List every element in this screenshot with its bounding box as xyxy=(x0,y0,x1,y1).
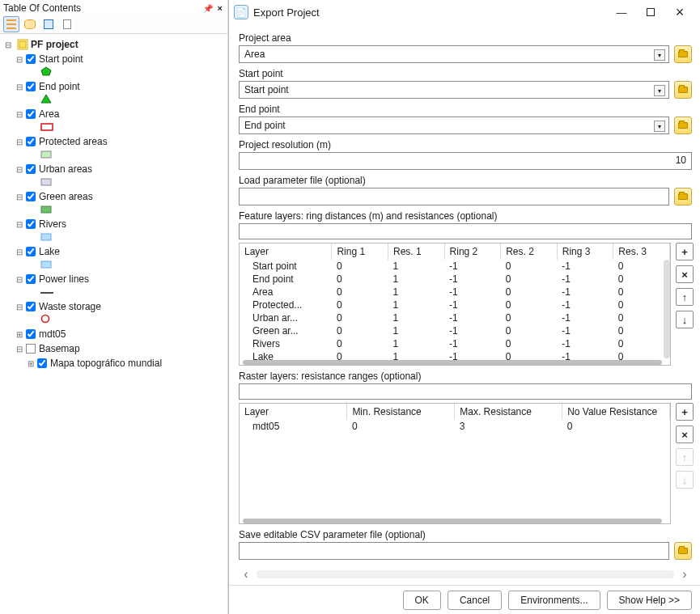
table-cell[interactable]: 0 xyxy=(332,299,388,311)
tree-item[interactable]: ⊟ Lake xyxy=(0,244,227,259)
scroll-right-icon[interactable]: › xyxy=(677,567,692,582)
expand-minus-icon[interactable]: ⊟ xyxy=(15,192,24,201)
remove-row-button[interactable]: × xyxy=(676,426,694,443)
table-cell[interactable]: -1 xyxy=(444,273,501,286)
layer-checkbox[interactable] xyxy=(26,274,36,284)
load-param-input[interactable] xyxy=(239,188,669,205)
environments-button[interactable]: Environments... xyxy=(508,591,600,610)
expand-minus-icon[interactable]: ⊟ xyxy=(15,54,24,64)
expand-plus-icon[interactable]: ⊞ xyxy=(15,329,24,339)
show-help-button[interactable]: Show Help >> xyxy=(607,591,692,610)
table-row[interactable]: Area01-10-10 xyxy=(240,286,670,299)
table-cell[interactable]: 1 xyxy=(388,286,444,299)
list-by-visibility-button[interactable] xyxy=(40,16,57,32)
table-cell[interactable]: 0 xyxy=(501,260,558,273)
horizontal-scrollbar[interactable] xyxy=(243,519,662,523)
table-cell[interactable]: -1 xyxy=(557,311,613,324)
project-area-select[interactable]: Area ▾ xyxy=(239,45,669,63)
table-header[interactable]: No Value Resistance xyxy=(562,404,670,420)
project-area-browse-button[interactable] xyxy=(674,45,692,63)
close-button[interactable]: × xyxy=(668,3,692,21)
table-header[interactable]: Ring 2 xyxy=(444,243,501,260)
table-header[interactable]: Min. Resistance xyxy=(347,404,455,420)
tree-root[interactable]: ⊟ PF project xyxy=(0,37,227,52)
table-cell[interactable]: 0 xyxy=(562,420,670,433)
table-cell[interactable]: 0 xyxy=(501,299,558,311)
table-cell[interactable]: 0 xyxy=(613,273,670,286)
tree-item[interactable]: ⊟ Power lines xyxy=(0,272,227,286)
dialog-titlebar[interactable]: 📄 Export Project — × xyxy=(229,0,700,24)
layer-checkbox[interactable] xyxy=(26,54,36,64)
layer-checkbox[interactable] xyxy=(26,109,36,119)
table-cell[interactable]: Rivers xyxy=(240,337,332,350)
maximize-button[interactable] xyxy=(638,3,663,21)
table-cell[interactable]: 0 xyxy=(332,260,388,273)
table-cell[interactable]: Green ar... xyxy=(240,324,332,337)
raster-layers-summary-input[interactable] xyxy=(239,383,692,400)
layer-symbol-icon[interactable] xyxy=(40,149,52,163)
tree-item-basemap[interactable]: ⊟ Basemap xyxy=(0,341,227,356)
table-cell[interactable]: -1 xyxy=(444,286,501,299)
table-cell[interactable]: 1 xyxy=(388,311,444,324)
table-cell[interactable]: 0 xyxy=(501,324,558,337)
cancel-button[interactable]: Cancel xyxy=(448,591,502,610)
table-cell[interactable]: 0 xyxy=(613,299,670,311)
expand-minus-icon[interactable]: ⊟ xyxy=(15,82,24,91)
table-cell[interactable]: 1 xyxy=(388,337,444,350)
tree-item[interactable]: ⊟ Area xyxy=(0,107,227,121)
end-point-select[interactable]: End point ▾ xyxy=(239,116,669,134)
table-header[interactable]: Layer xyxy=(240,243,332,260)
table-cell[interactable]: 0 xyxy=(613,286,670,299)
expand-minus-icon[interactable]: ⊟ xyxy=(15,302,24,311)
layer-checkbox[interactable] xyxy=(26,247,36,256)
minimize-button[interactable]: — xyxy=(609,3,634,21)
table-cell[interactable]: 1 xyxy=(388,260,444,273)
table-cell[interactable]: -1 xyxy=(444,324,501,337)
layer-checkbox[interactable] xyxy=(37,358,47,368)
table-cell[interactable]: 0 xyxy=(613,324,670,337)
tree-item[interactable]: ⊟ End point xyxy=(0,79,227,94)
table-cell[interactable]: 3 xyxy=(455,420,562,433)
table-cell[interactable]: 0 xyxy=(332,273,388,286)
expand-minus-icon[interactable]: ⊟ xyxy=(15,164,24,174)
chevron-down-icon[interactable]: ▾ xyxy=(654,85,665,96)
table-header[interactable]: Ring 1 xyxy=(332,243,388,260)
layer-symbol-icon[interactable] xyxy=(40,66,52,80)
table-cell[interactable]: 0 xyxy=(501,273,558,286)
table-cell[interactable]: 0 xyxy=(613,337,670,350)
scroll-left-icon[interactable]: ‹ xyxy=(239,567,253,582)
table-cell[interactable]: -1 xyxy=(444,299,501,311)
list-by-drawing-order-button[interactable] xyxy=(3,16,19,32)
table-cell[interactable]: 0 xyxy=(332,311,388,324)
horizontal-scrollbar[interactable] xyxy=(243,360,662,365)
tree-item-mdt05[interactable]: ⊞ mdt05 xyxy=(0,327,227,341)
layer-symbol-icon[interactable] xyxy=(40,204,52,218)
table-header[interactable]: Layer xyxy=(240,404,347,420)
table-cell[interactable]: Start point xyxy=(240,260,332,273)
table-cell[interactable]: mdt05 xyxy=(240,420,347,433)
expand-minus-icon[interactable]: ⊟ xyxy=(15,344,24,354)
table-row[interactable]: End point01-10-10 xyxy=(240,273,670,286)
expand-minus-icon[interactable]: ⊟ xyxy=(15,274,24,284)
table-cell[interactable]: -1 xyxy=(444,337,501,350)
end-point-browse-button[interactable] xyxy=(674,116,692,134)
layer-checkbox[interactable] xyxy=(26,82,36,91)
table-cell[interactable]: 0 xyxy=(347,420,455,433)
table-cell[interactable]: -1 xyxy=(557,286,613,299)
tree-item-basemap-child[interactable]: ⊞ Mapa topográfico mundial xyxy=(0,356,227,371)
move-up-button[interactable]: ↑ xyxy=(676,448,694,466)
table-row[interactable]: Start point01-10-10 xyxy=(240,260,670,273)
layer-symbol-icon[interactable] xyxy=(40,121,53,135)
tree-item[interactable]: ⊟ Urban areas xyxy=(0,162,227,176)
save-csv-input[interactable] xyxy=(239,542,669,560)
remove-row-button[interactable]: × xyxy=(676,265,694,283)
layer-symbol-icon[interactable] xyxy=(40,259,52,273)
layer-uncheckbox[interactable] xyxy=(26,344,36,354)
start-point-select[interactable]: Start point ▾ xyxy=(239,81,669,99)
layer-checkbox[interactable] xyxy=(26,329,36,339)
table-cell[interactable]: Urban ar... xyxy=(240,311,332,324)
table-cell[interactable]: -1 xyxy=(557,299,613,311)
table-row[interactable]: Green ar...01-10-10 xyxy=(240,324,670,337)
table-cell[interactable]: -1 xyxy=(557,337,613,350)
raster-layers-table[interactable]: LayerMin. ResistanceMax. ResistanceNo Va… xyxy=(240,404,670,523)
